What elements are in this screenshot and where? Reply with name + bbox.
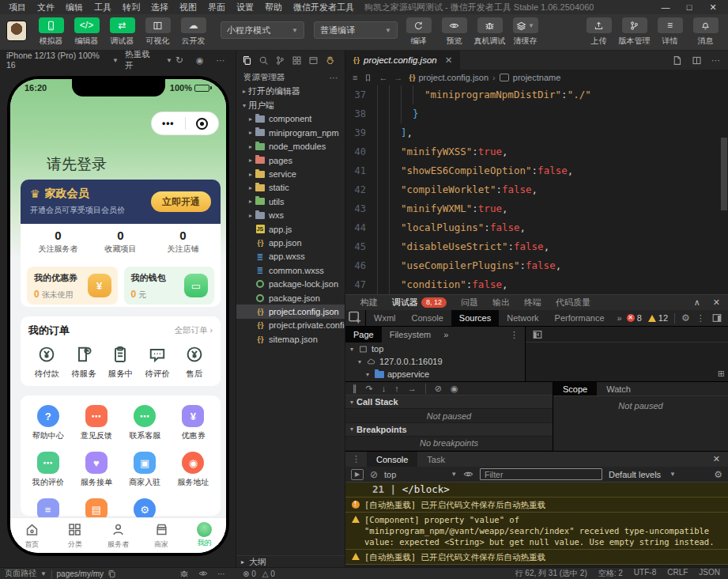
levels-select[interactable]: Default levels▼ — [609, 470, 676, 479]
tree-item-app.json[interactable]: {·}app.json — [236, 236, 345, 249]
tab-首页[interactable]: 首页 — [10, 518, 54, 553]
panel-tab-问题[interactable]: 问题 — [454, 297, 485, 308]
activate-membership-button[interactable]: 立即开通 — [151, 191, 211, 212]
bookmark-icon[interactable] — [364, 74, 372, 82]
menu-item-2[interactable]: 文件 — [32, 2, 60, 13]
more-dots-icon[interactable]: ••• — [152, 118, 185, 129]
settings-gear-icon[interactable]: ⚙ — [681, 312, 690, 324]
breadcrumb-file[interactable]: project.config.json — [418, 73, 488, 82]
panel-tab-构建[interactable]: 构建 — [353, 297, 385, 308]
clear-console-icon[interactable]: ⊘ — [370, 469, 378, 480]
copy-path-icon[interactable] — [108, 570, 116, 578]
menu-item-6[interactable]: 选择 — [145, 2, 174, 13]
toolbar-button-真机调试[interactable]: 真机调试 — [472, 17, 507, 50]
tree-item-miniprogram_npm[interactable]: ▸miniprogram_npm — [236, 126, 345, 139]
tree-item-sitemap.json[interactable]: {·}sitemap.json — [236, 332, 345, 346]
sources-tab-page[interactable]: Page — [345, 327, 382, 342]
code-area[interactable]: 37"miniprogramNpmDistDir": "./"38}39],40… — [345, 85, 728, 294]
collapse-panel-icon[interactable] — [532, 329, 543, 340]
service-item-服务地址[interactable]: ◉服务地址 — [169, 452, 217, 488]
hand-icon[interactable] — [325, 55, 335, 66]
more-icon[interactable]: ⋯ — [217, 55, 225, 65]
devtools-tab-console[interactable]: Console — [404, 310, 451, 326]
service-item-我的评价[interactable]: ⋯我的评价 — [24, 452, 72, 488]
service-item-意见反馈[interactable]: ⋯意见反馈 — [72, 405, 120, 441]
breakpoints-header[interactable]: ▾Breakpoints — [345, 423, 553, 436]
indent-setting[interactable]: 空格: 2 — [598, 568, 623, 579]
service-item-帮助中心[interactable]: ?帮助中心 — [24, 405, 72, 441]
source-tree-127.0.0.1:16019[interactable]: ▾127.0.0.1:16019 — [345, 355, 525, 368]
device-select[interactable]: iPhone 12/13 (Pro) 100% 16 — [6, 51, 104, 70]
maximize-button[interactable]: □ — [677, 2, 701, 12]
menu-item-3[interactable]: 编辑 — [60, 2, 89, 13]
forward-icon[interactable]: → — [394, 73, 402, 82]
user-avatar[interactable] — [6, 21, 27, 41]
stat-item[interactable]: 0收藏项目 — [89, 229, 152, 262]
step-into-icon[interactable]: ↓ — [382, 384, 387, 393]
eye-icon[interactable] — [198, 569, 208, 578]
eye-icon[interactable] — [463, 469, 473, 479]
step-out-icon[interactable]: ↑ — [394, 384, 399, 393]
mode-select[interactable]: 小程序模式▼ — [221, 21, 304, 39]
more-tabs-icon[interactable]: » — [439, 330, 453, 339]
login-prompt[interactable]: 请先登录 — [47, 154, 107, 175]
toolbar-button-编译[interactable]: 编译 — [401, 17, 436, 50]
tree-item-static[interactable]: ▸static — [236, 181, 345, 195]
pause-on-exceptions-icon[interactable]: ◉ — [451, 384, 458, 394]
kebab-menu-icon[interactable]: ⋮ — [510, 330, 525, 340]
tree-item-project.private.config.js...[interactable]: {·}project.private.config.js... — [236, 319, 345, 332]
tab-scope[interactable]: Scope — [553, 382, 597, 395]
menu-item-10[interactable]: 帮助 — [259, 2, 288, 13]
tree-item-app.js[interactable]: JSapp.js — [236, 222, 345, 236]
toolbar-button-上传[interactable]: 上传 — [581, 17, 617, 50]
panel-tab-调试器[interactable]: 调试器8, 12 — [385, 297, 454, 308]
panel-tab-输出[interactable]: 输出 — [485, 297, 517, 308]
toolbar-button-预览[interactable]: 预览 — [436, 17, 472, 50]
tree-item-component[interactable]: ▸component — [236, 112, 345, 126]
tree-item-node_modules[interactable]: ▸node_modules — [236, 140, 345, 153]
order-item-待服务[interactable]: 待服务 — [66, 345, 103, 380]
console-settings-icon[interactable]: ⚙ — [714, 469, 722, 480]
tab-watch[interactable]: Watch — [597, 382, 640, 395]
tree-item-app.wxss[interactable]: ≣app.wxss — [236, 250, 345, 263]
tree-item-utils[interactable]: ▸utils — [236, 195, 345, 208]
order-item-售后[interactable]: 售后 — [175, 345, 213, 380]
context-select[interactable]: top▼ — [384, 470, 457, 479]
kebab-menu-icon[interactable]: ⋮ — [696, 313, 705, 324]
stat-item[interactable]: 0关注服务者 — [27, 229, 89, 262]
tab-商家[interactable]: 商家 — [140, 518, 183, 553]
run-icon[interactable]: ▶ — [351, 469, 364, 480]
menu-item-11[interactable]: 微信开发者工具 — [288, 2, 360, 13]
deactivate-breakpoints-icon[interactable]: ⊘ — [435, 384, 442, 394]
breadcrumb-node[interactable]: projectname — [513, 73, 561, 82]
menu-item-4[interactable]: 工具 — [89, 2, 117, 13]
restart-icon[interactable]: ↻ — [175, 55, 183, 66]
order-item-待评价[interactable]: 待评价 — [139, 345, 176, 380]
toolbar-button-版本管理[interactable]: 版本管理 — [617, 17, 652, 50]
tree-item-common.wxss[interactable]: ≣common.wxss — [236, 263, 345, 277]
warning-count[interactable]: 12 — [648, 313, 668, 323]
service-item-服务接单[interactable]: ♥服务接单 — [72, 452, 120, 488]
menu-item-5[interactable]: 转到 — [117, 2, 145, 13]
tree-item-pages[interactable]: ▸pages — [236, 153, 345, 167]
sources-tab-filesystem[interactable]: Filesystem — [382, 327, 439, 342]
compile-mode-select[interactable]: 普通编译▼ — [314, 21, 398, 39]
capsule-menu[interactable]: ••• — [152, 112, 218, 134]
panel-tab-终端[interactable]: 终端 — [517, 297, 549, 308]
collapse-panel-icon[interactable]: ∧ — [694, 297, 700, 308]
service-item-商家入驻[interactable]: ▣商家入驻 — [121, 452, 169, 488]
outline-list-icon[interactable]: ≡ — [353, 73, 357, 82]
close-capsule-icon[interactable] — [186, 118, 219, 130]
console-tab-console[interactable]: Console — [367, 452, 417, 467]
devtools-tab-performance[interactable]: Performance — [547, 310, 613, 326]
toolbar-button-编辑器[interactable]: </>编辑器 — [69, 17, 104, 50]
tree-item-service[interactable]: ▸service — [236, 167, 345, 180]
open-preview-icon[interactable] — [672, 55, 682, 66]
page-path-value[interactable]: pages/my/my — [57, 570, 104, 578]
order-item-服务中[interactable]: 服务中 — [102, 345, 139, 380]
toolbar-button-云开发[interactable]: ☁云开发 — [175, 17, 211, 50]
encoding[interactable]: UTF-8 — [634, 568, 656, 579]
minimize-button[interactable]: — — [654, 2, 677, 12]
order-item-待付款[interactable]: 待付款 — [28, 345, 66, 380]
menu-item-9[interactable]: 设置 — [231, 2, 259, 13]
